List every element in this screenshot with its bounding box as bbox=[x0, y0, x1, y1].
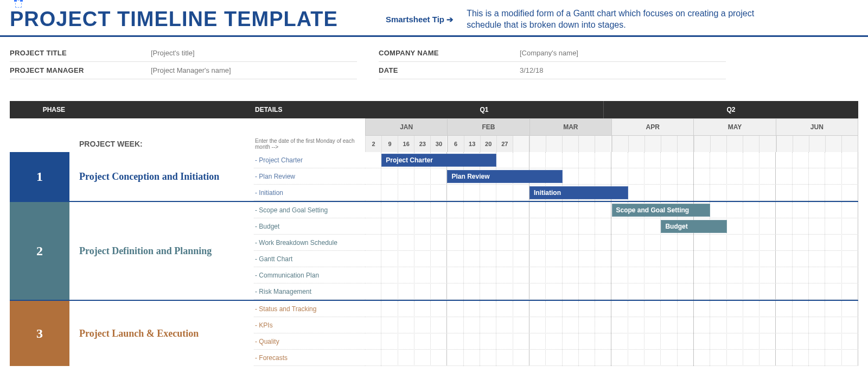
phase-number: 2 bbox=[10, 202, 69, 300]
gantt-bar[interactable]: Project Charter bbox=[381, 154, 496, 167]
phase-block-1: 1Project Conception and Initiation- Proj… bbox=[10, 152, 858, 201]
cell-selection-indicator bbox=[15, 0, 22, 8]
week-cell[interactable] bbox=[529, 136, 546, 152]
smartsheet-tip-link[interactable]: Smartsheet Tip ➔ bbox=[386, 15, 454, 24]
phase-detail[interactable]: - Forecasts bbox=[254, 350, 365, 366]
project-meta: PROJECT TITLE [Project's title] PROJECT … bbox=[0, 37, 868, 101]
phase-column-header: PHASE bbox=[10, 101, 69, 118]
week-cell[interactable] bbox=[743, 136, 759, 152]
phase-detail[interactable]: - Gantt Chart bbox=[254, 251, 365, 267]
phase-detail[interactable]: - Scope and Goal Setting bbox=[254, 202, 365, 218]
phase-title: Project Launch & Execution bbox=[69, 301, 254, 366]
phase-timeline: Project CharterPlan ReviewInitiation bbox=[365, 152, 858, 201]
gantt-bar[interactable]: Plan Review bbox=[447, 170, 562, 183]
company-name-value[interactable]: [Company's name] bbox=[520, 49, 578, 57]
month-header-mar: MAR bbox=[530, 118, 612, 136]
month-header-apr: APR bbox=[612, 118, 694, 136]
week-cell[interactable] bbox=[809, 136, 825, 152]
details-column-header: DETAILS bbox=[254, 101, 365, 118]
project-title-value[interactable]: [Project's title] bbox=[151, 49, 195, 57]
week-cell[interactable] bbox=[546, 136, 562, 152]
week-cell[interactable] bbox=[677, 136, 693, 152]
phase-number: 3 bbox=[10, 301, 69, 366]
week-cell[interactable]: 27 bbox=[496, 136, 513, 152]
project-title-label: PROJECT TITLE bbox=[10, 49, 151, 57]
phase-timeline: Scope and Goal SettingBudget bbox=[365, 202, 858, 300]
week-cell[interactable]: 16 bbox=[398, 136, 414, 152]
week-cell[interactable]: 13 bbox=[464, 136, 480, 152]
month-row: JANFEBMARAPRMAYJUN bbox=[10, 118, 858, 136]
month-header-feb: FEB bbox=[448, 118, 529, 136]
week-cell[interactable] bbox=[776, 136, 793, 152]
week-cell[interactable]: 6 bbox=[448, 136, 464, 152]
week-cell[interactable] bbox=[661, 136, 677, 152]
date-value[interactable]: 3/12/18 bbox=[520, 66, 543, 74]
week-cell[interactable] bbox=[726, 136, 743, 152]
phase-detail[interactable]: - Plan Review bbox=[254, 168, 365, 185]
quarter-q2-header: Q2 bbox=[604, 101, 858, 118]
week-cell[interactable] bbox=[513, 136, 529, 152]
week-cell[interactable] bbox=[628, 136, 644, 152]
week-cell[interactable] bbox=[612, 136, 628, 152]
phase-timeline bbox=[365, 301, 858, 366]
phase-detail[interactable]: - KPIs bbox=[254, 317, 365, 333]
phase-title: Project Definition and Planning bbox=[69, 202, 254, 300]
week-hint: Enter the date of the first Monday of ea… bbox=[254, 136, 365, 152]
week-cell[interactable] bbox=[595, 136, 611, 152]
week-cell[interactable] bbox=[841, 136, 858, 152]
phase-block-2: 2Project Definition and Planning- Scope … bbox=[10, 201, 858, 300]
phase-number: 1 bbox=[10, 152, 69, 201]
phase-detail[interactable]: - Communication Plan bbox=[254, 267, 365, 283]
gantt-header-row: PHASE DETAILS Q1 Q2 bbox=[10, 101, 858, 118]
tip-description: This is a modified form of a Gantt chart… bbox=[467, 8, 770, 31]
gantt-bar[interactable]: Scope and Goal Setting bbox=[612, 204, 711, 217]
phase-detail[interactable]: - Work Breakdown Schedule bbox=[254, 235, 365, 251]
month-header-jan: JAN bbox=[365, 118, 448, 136]
week-cell[interactable] bbox=[825, 136, 841, 152]
week-cell[interactable] bbox=[710, 136, 726, 152]
week-cell[interactable] bbox=[694, 136, 710, 152]
phase-block-3: 3Project Launch & Execution- Status and … bbox=[10, 300, 858, 366]
week-cell[interactable]: 30 bbox=[430, 136, 446, 152]
phase-detail[interactable]: - Initiation bbox=[254, 185, 365, 201]
document-header: PROJECT TIMELINE TEMPLATE Smartsheet Tip… bbox=[0, 0, 868, 37]
phase-detail[interactable]: - Risk Management bbox=[254, 283, 365, 300]
week-cell[interactable]: 23 bbox=[414, 136, 430, 152]
phase-detail[interactable]: - Status and Tracking bbox=[254, 301, 365, 317]
project-week-label: PROJECT WEEK: bbox=[69, 136, 254, 152]
weeks-row: PROJECT WEEK: Enter the date of the firs… bbox=[10, 136, 858, 152]
week-cell[interactable] bbox=[578, 136, 595, 152]
month-header-jun: JUN bbox=[776, 118, 858, 136]
week-cell[interactable]: 20 bbox=[480, 136, 496, 152]
phase-title: Project Conception and Initiation bbox=[69, 152, 254, 201]
week-cell[interactable] bbox=[644, 136, 661, 152]
gantt-bar[interactable]: Initiation bbox=[529, 186, 628, 199]
week-cell[interactable]: 2 bbox=[365, 136, 381, 152]
company-name-label: COMPANY NAME bbox=[379, 49, 520, 57]
date-label: DATE bbox=[379, 66, 520, 74]
week-cell[interactable] bbox=[759, 136, 775, 152]
week-cell[interactable]: 9 bbox=[381, 136, 398, 152]
gantt-bar[interactable]: Budget bbox=[661, 220, 726, 233]
page-title: PROJECT TIMELINE TEMPLATE bbox=[10, 8, 338, 31]
week-cell[interactable] bbox=[562, 136, 578, 152]
quarter-q1-header: Q1 bbox=[365, 101, 604, 118]
phase-detail[interactable]: - Quality bbox=[254, 333, 365, 350]
week-cell[interactable] bbox=[793, 136, 809, 152]
project-manager-value[interactable]: [Project Manager's name] bbox=[151, 66, 231, 74]
project-manager-label: PROJECT MANAGER bbox=[10, 66, 151, 74]
phase-detail[interactable]: - Budget bbox=[254, 218, 365, 235]
month-header-may: MAY bbox=[694, 118, 776, 136]
gantt-chart: PHASE DETAILS Q1 Q2 JANFEBMARAPRMAYJUN P… bbox=[10, 101, 858, 366]
phase-detail[interactable]: - Project Charter bbox=[254, 152, 365, 168]
